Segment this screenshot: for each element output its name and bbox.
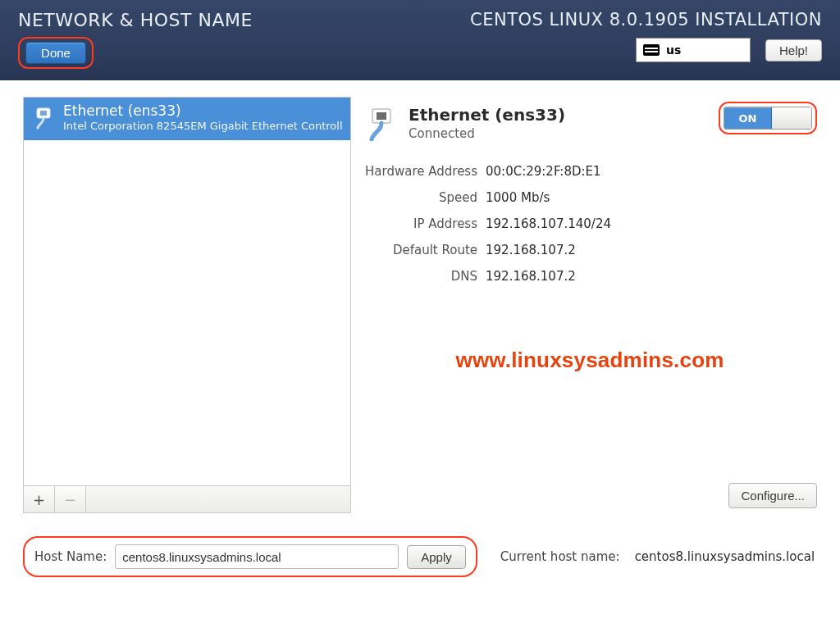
device-list-panel: Ethernet (ens33) Intel Corporation 82545…	[23, 97, 351, 513]
ip-address-value: 192.168.107.140/24	[486, 216, 817, 231]
device-toolbar: + −	[24, 485, 350, 512]
svg-rect-3	[377, 112, 386, 120]
toggle-on-label: ON	[724, 107, 772, 129]
current-hostname-label: Current host name:	[500, 549, 620, 564]
device-item-text: Ethernet (ens33) Intel Corporation 82545…	[63, 102, 342, 134]
ethernet-icon	[32, 106, 55, 130]
header-left: NETWORK & HOST NAME Done	[18, 10, 253, 80]
device-item-name: Ethernet (ens33)	[63, 102, 342, 120]
toggle-highlight: ON	[719, 102, 817, 134]
toggle-knob	[772, 107, 811, 129]
hw-address-value: 00:0C:29:2F:8D:E1	[486, 164, 817, 179]
hostname-label: Host Name:	[34, 549, 107, 564]
device-list[interactable]: Ethernet (ens33) Intel Corporation 82545…	[24, 98, 350, 485]
help-button[interactable]: Help!	[765, 39, 822, 61]
hostname-input[interactable]	[115, 544, 399, 569]
keyboard-icon	[643, 44, 660, 56]
detail-title-block: Ethernet (ens33) Connected	[409, 105, 565, 141]
current-hostname: Current host name: centos8.linuxsysadmin…	[500, 549, 815, 564]
body: Ethernet (ens33) Intel Corporation 82545…	[0, 80, 840, 628]
detail-title: Ethernet (ens33)	[409, 105, 565, 125]
header-bar: NETWORK & HOST NAME Done CENTOS LINUX 8.…	[0, 0, 840, 80]
configure-button[interactable]: Configure...	[728, 483, 817, 508]
header-controls: us Help!	[636, 38, 822, 62]
default-route-label: Default Route	[364, 243, 477, 257]
device-detail-panel: Ethernet (ens33) Connected ON Hardware A…	[363, 97, 817, 513]
hostname-highlight: Host Name: Apply	[23, 536, 477, 577]
device-item-subtitle: Intel Corporation 82545EM Gigabit Ethern…	[63, 120, 342, 133]
done-highlight: Done	[18, 37, 94, 69]
keyboard-layout-label: us	[666, 43, 681, 57]
ip-address-label: IP Address	[364, 216, 477, 231]
ethernet-icon	[364, 107, 399, 141]
watermark-text: www.linuxsysadmins.com	[455, 348, 724, 373]
columns: Ethernet (ens33) Intel Corporation 82545…	[23, 97, 817, 513]
detail-status: Connected	[409, 126, 565, 141]
speed-value: 1000 Mb/s	[486, 190, 817, 205]
installer-title: CENTOS LINUX 8.0.1905 INSTALLATION	[470, 10, 822, 30]
connection-toggle[interactable]: ON	[724, 107, 812, 130]
header-right: CENTOS LINUX 8.0.1905 INSTALLATION us He…	[470, 10, 822, 80]
detail-properties: Hardware Address 00:0C:29:2F:8D:E1 Speed…	[364, 164, 817, 284]
speed-label: Speed	[364, 190, 477, 205]
current-hostname-value: centos8.linuxsysadmins.local	[635, 549, 815, 564]
device-list-item[interactable]: Ethernet (ens33) Intel Corporation 82545…	[24, 98, 350, 140]
done-button[interactable]: Done	[25, 42, 86, 64]
add-device-button[interactable]: +	[24, 486, 55, 512]
remove-device-button[interactable]: −	[55, 486, 86, 512]
keyboard-layout-selector[interactable]: us	[636, 38, 751, 62]
svg-rect-1	[40, 111, 47, 116]
default-route-value: 192.168.107.2	[486, 243, 817, 257]
page-title: NETWORK & HOST NAME	[18, 10, 253, 30]
dns-label: DNS	[364, 269, 477, 284]
apply-button[interactable]: Apply	[407, 545, 466, 569]
hw-address-label: Hardware Address	[364, 164, 477, 179]
dns-value: 192.168.107.2	[486, 269, 817, 284]
hostname-row: Host Name: Apply Current host name: cent…	[23, 536, 817, 577]
